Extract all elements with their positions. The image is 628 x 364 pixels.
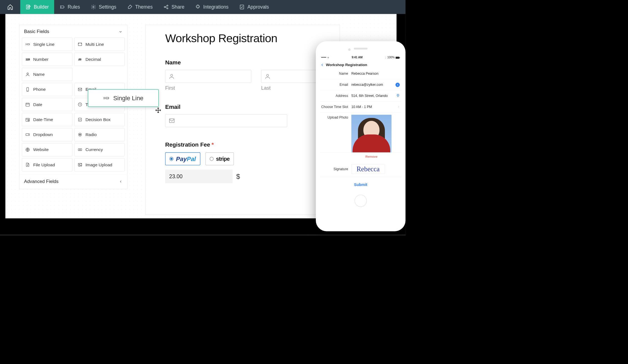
dollar-icon: $ (236, 172, 240, 180)
field-date[interactable]: Date (22, 98, 72, 111)
rules-icon (59, 4, 65, 9)
person-badge-icon (396, 82, 400, 87)
field-label: Date-Time (33, 117, 53, 122)
date-icon (25, 102, 30, 107)
field-label: Name (33, 72, 44, 77)
phone-row-email: Email rebecca@zylker.com (320, 79, 401, 90)
field-website[interactable]: Website (22, 143, 72, 156)
phone-status-bar: ••••• 9:41 AM 100% (320, 56, 401, 59)
chevron-right-icon (397, 105, 400, 109)
nav-builder[interactable]: Builder (20, 0, 54, 14)
svg-rect-5 (240, 5, 244, 9)
phone-home-button[interactable] (355, 195, 367, 207)
field-date-time[interactable]: Date-Time (22, 113, 72, 126)
phone-time: 9:41 AM (352, 56, 362, 59)
top-nav: Builder Rules Settings Themes Share Inte… (0, 0, 406, 14)
dragging-field[interactable]: Single Line (88, 89, 159, 107)
nav-label: Integrations (203, 4, 229, 10)
section-title: Basic Fields (24, 29, 49, 34)
nav-label: Themes (135, 4, 153, 10)
share-icon (163, 4, 169, 9)
field-decimal[interactable]: .00Decimal (74, 53, 125, 66)
first-name-input[interactable] (165, 70, 251, 83)
paypal-option[interactable]: PayPal (165, 152, 200, 165)
gear-icon (91, 4, 96, 9)
field-label: Single Line (33, 42, 54, 47)
remove-photo-link[interactable]: Remove (351, 155, 392, 159)
svg-rect-14 (26, 103, 29, 106)
field-single-line[interactable]: Single Line (22, 38, 72, 51)
svg-point-28 (171, 74, 172, 76)
field-multi-line[interactable]: Multi Line (74, 38, 125, 51)
svg-point-21 (79, 134, 81, 135)
nav-settings[interactable]: Settings (85, 0, 122, 14)
field-name[interactable]: Name (22, 68, 72, 81)
email-icon (77, 87, 82, 92)
field-label: Image Upload (86, 162, 112, 167)
dd-icon (25, 132, 30, 137)
nav-rules[interactable]: Rules (54, 0, 85, 14)
nav-integrations[interactable]: Integrations (190, 0, 234, 14)
home-button[interactable] (0, 0, 20, 14)
stripe-option[interactable]: stripe (205, 152, 234, 165)
section-title: Advanced Fields (24, 179, 59, 184)
phone-row-photo: Upload Photo (320, 112, 401, 152)
nav-label: Builder (34, 4, 49, 10)
svg-point-34 (397, 95, 398, 96)
svg-point-17 (28, 120, 29, 121)
svg-text:.00: .00 (78, 58, 81, 61)
submit-button[interactable]: Submit (320, 182, 401, 187)
chevron-left-icon (119, 180, 122, 183)
field-image-upload[interactable]: Image Upload (74, 158, 125, 172)
email-input[interactable] (165, 114, 287, 127)
fee-label: Registration Fee* (165, 141, 320, 148)
phone-row-address: Address 514, 6th Street, Orlando (320, 90, 401, 101)
img-icon (77, 162, 82, 167)
field-label: Date (33, 102, 42, 107)
svg-rect-19 (26, 134, 29, 135)
svg-rect-31 (396, 57, 399, 59)
field-radio[interactable]: Radio (74, 128, 125, 141)
svg-rect-32 (399, 57, 400, 58)
field-phone[interactable]: Phone (22, 83, 72, 96)
nav-label: Rules (67, 4, 80, 10)
basic-fields-header[interactable]: Basic Fields (19, 25, 127, 38)
first-sublabel: First (165, 85, 251, 91)
nav-share[interactable]: Share (158, 0, 190, 14)
email-label: Email (165, 104, 320, 110)
field-decision-box[interactable]: Decision Box (74, 113, 125, 126)
chevron-down-icon (119, 30, 122, 34)
field-dropdown[interactable]: Dropdown (22, 128, 72, 141)
svg-point-29 (267, 74, 269, 76)
nav-label: Settings (99, 4, 116, 10)
drag-label: Single Line (113, 95, 144, 102)
nav-themes[interactable]: Themes (122, 0, 158, 14)
field-label: Decimal (86, 57, 101, 62)
fee-amount-input[interactable] (165, 170, 233, 183)
field-file-upload[interactable]: File Upload (22, 158, 72, 172)
signature-preview[interactable]: Rebecca (351, 164, 385, 174)
stripe-logo: stripe (216, 156, 230, 162)
svg-rect-13 (78, 88, 82, 91)
nav-approvals[interactable]: Approvals (234, 0, 274, 14)
phone-row-slot[interactable]: Choose Time Slot 10 AM - 1 PM (320, 101, 401, 112)
name-icon (25, 72, 30, 77)
radio-icon (210, 157, 214, 161)
field-label: Multi Line (86, 42, 104, 47)
form-canvas: Workshop Registration Name First Last Em… (145, 25, 340, 215)
single-icon (25, 42, 30, 47)
advanced-fields-header[interactable]: Advanced Fields (19, 174, 127, 189)
check-icon (77, 117, 82, 122)
move-cursor-icon (155, 107, 161, 113)
field-label: Currency (86, 147, 103, 152)
radio-selected-icon (169, 157, 173, 161)
dec-icon: .00 (77, 57, 82, 62)
carrier: ••••• (321, 56, 329, 59)
phone-header[interactable]: Workshop Registration (320, 62, 401, 68)
svg-rect-6 (27, 44, 29, 45)
field-label: Website (33, 147, 49, 152)
num-icon: 123 (25, 57, 30, 62)
field-currency[interactable]: Currency (74, 143, 125, 156)
field-number[interactable]: 123Number (22, 53, 72, 66)
uploaded-photo (351, 115, 392, 152)
